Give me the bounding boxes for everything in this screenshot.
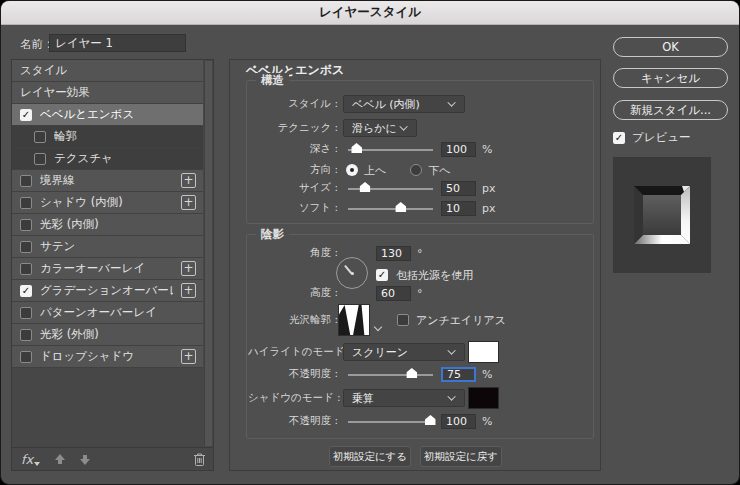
soften-unit: px [482,202,496,215]
slider-thumb-icon[interactable] [406,368,417,378]
chevron-down-icon [447,392,455,400]
antialias-checkbox[interactable] [397,314,409,326]
antialias-label: アンチエイリアス [416,313,506,328]
preview-checkbox[interactable]: ✓ [613,132,625,144]
structure-group-title: 構造 [256,73,289,88]
slider-thumb-icon[interactable] [360,182,371,192]
unchecked-checkbox-icon[interactable] [34,153,46,165]
sidebar-item-label: 輪郭 [54,129,77,144]
shadow-mode-value: 乗算 [352,391,374,406]
sidebar-item-label: シャドウ (内側) [40,195,123,210]
unchecked-checkbox-icon[interactable] [20,351,32,363]
sidebar-scrollbar[interactable] [204,61,212,446]
sidebar-footer: fx [12,447,213,470]
slider-thumb-icon[interactable] [351,143,362,153]
cancel-button[interactable]: キャンセル [613,68,728,88]
delete-effect-icon[interactable] [193,452,206,466]
unchecked-checkbox-icon[interactable] [20,263,32,275]
add-effect-icon[interactable]: + [181,349,196,364]
sidebar-item[interactable]: 光彩 (外側) [12,324,203,346]
layer-style-dialog: レイヤースタイル 名前 : レイヤー 1 OK キャンセル 新規スタイル... … [0,0,740,485]
add-effect-icon[interactable]: + [181,195,196,210]
checked-checkbox-icon[interactable]: ✓ [20,109,32,121]
move-effect-up-icon[interactable] [54,454,65,465]
depth-input[interactable]: 100 [441,142,476,157]
bevel-style-select[interactable]: ベベル (内側) [343,95,465,113]
size-label: サイズ : [248,181,338,195]
unchecked-checkbox-icon[interactable] [20,197,32,209]
soften-slider[interactable] [348,202,433,214]
angle-input[interactable]: 130 [376,246,411,261]
sidebar-item[interactable]: パターンオーバーレイ [12,302,203,324]
sidebar-item-label: カラーオーバーレイ [40,261,145,276]
sidebar-item[interactable]: ✓グラデーションオーバーレイ+ [12,280,203,302]
sidebar-item[interactable]: ✓ベベルとエンボス [12,104,203,126]
move-effect-down-icon[interactable] [79,454,90,465]
soften-input[interactable]: 10 [441,201,476,216]
gloss-contour-label: 光沢輪郭 : [248,313,338,327]
shadow-opacity-slider[interactable] [348,415,433,427]
add-effect-icon[interactable]: + [181,283,196,298]
sidebar-item[interactable]: 境界線+ [12,170,203,192]
size-input[interactable]: 50 [441,181,476,196]
unchecked-checkbox-icon[interactable] [34,131,46,143]
reset-default-button[interactable]: 初期設定に戻す [420,446,502,467]
sidebar-item[interactable]: サテン [12,236,203,258]
technique-value: 滑らかに [352,121,397,136]
unchecked-checkbox-icon[interactable] [20,307,32,319]
slider-thumb-icon[interactable] [425,415,436,425]
make-default-button[interactable]: 初期設定にする [329,446,411,467]
sidebar-item-label: 境界線 [40,173,75,188]
highlight-opacity-input[interactable]: 75 [441,367,476,382]
altitude-input[interactable]: 60 [376,286,411,301]
shadow-mode-select[interactable]: 乗算 [343,389,465,407]
shadow-mode-label: シャドウのモード : [248,391,338,405]
slider-thumb-icon[interactable] [395,202,406,212]
highlight-opacity-slider[interactable] [348,368,433,380]
altitude-label: 高度 : [248,286,338,300]
sidebar-item[interactable]: シャドウ (内側)+ [12,192,203,214]
gloss-contour-thumbnail[interactable] [338,304,370,336]
add-effect-icon[interactable]: + [181,173,196,188]
size-unit: px [482,182,496,195]
highlight-opacity-label: 不透明度 : [248,367,338,381]
chevron-down-icon[interactable] [374,323,382,331]
sidebar-item[interactable]: 輪郭 [12,126,203,148]
sidebar-item[interactable]: カラーオーバーレイ+ [12,258,203,280]
sidebar-item-label: 光彩 (外側) [40,327,99,342]
sidebar-item[interactable]: 光彩 (内側) [12,214,203,236]
depth-unit: % [482,143,492,156]
global-light-checkbox[interactable]: ✓ [376,269,388,281]
sidebar-item-label: レイヤー効果 [20,85,90,100]
layer-name-input[interactable]: レイヤー 1 [49,34,186,52]
depth-slider[interactable] [348,143,433,155]
sidebar-item[interactable]: ドロップシャドウ+ [12,346,203,368]
add-effect-icon[interactable]: + [181,261,196,276]
new-style-button[interactable]: 新規スタイル... [613,100,728,120]
highlight-color-swatch[interactable] [468,341,499,363]
ok-button[interactable]: OK [613,37,728,57]
sidebar-item[interactable]: レイヤー効果 [12,82,203,104]
sidebar-item-label: 光彩 (内側) [40,217,99,232]
shadow-opacity-input[interactable]: 100 [441,414,476,429]
sidebar-item[interactable]: スタイル [12,60,203,82]
technique-select[interactable]: 滑らかに [343,119,417,137]
direction-down-radio[interactable] [410,164,422,176]
fx-menu-icon[interactable]: fx [21,452,40,467]
highlight-mode-select[interactable]: スクリーン [343,343,465,361]
unchecked-checkbox-icon[interactable] [20,175,32,187]
unchecked-checkbox-icon[interactable] [20,329,32,341]
direction-label: 方向 : [248,163,338,177]
shadow-opacity-label: 不透明度 : [248,414,338,428]
sidebar-item[interactable]: テクスチャ [12,148,203,170]
effects-sidebar: スタイルレイヤー効果✓ベベルとエンボス輪郭テクスチャ境界線+シャドウ (内側)+… [11,59,214,471]
unchecked-checkbox-icon[interactable] [20,219,32,231]
style-preview-thumbnail [613,157,711,273]
checked-checkbox-icon[interactable]: ✓ [20,285,32,297]
sidebar-item-label: サテン [40,239,75,254]
shadow-color-swatch[interactable] [468,387,499,409]
bevel-preview-image [634,186,690,244]
direction-up-radio[interactable] [346,164,358,176]
size-slider[interactable] [348,182,433,194]
unchecked-checkbox-icon[interactable] [20,241,32,253]
